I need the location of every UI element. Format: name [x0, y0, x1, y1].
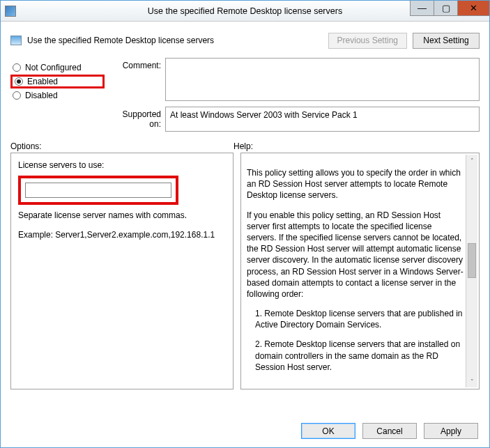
state-radio-group: Not Configured Enabled Disabled: [10, 58, 105, 102]
radio-icon: [13, 63, 21, 72]
radio-icon: [15, 77, 23, 86]
maximize-icon: ▢: [442, 3, 450, 13]
supported-on-text: At least Windows Server 2003 with Servic…: [170, 110, 358, 120]
dialog-buttons: OK Cancel Apply: [301, 423, 478, 439]
policy-icon: [10, 36, 22, 45]
apply-button[interactable]: Apply: [424, 423, 478, 439]
minimize-button[interactable]: —: [410, 1, 434, 16]
policy-title: Use the specified Remote Desktop license…: [27, 36, 214, 45]
help-paragraph: If you disable or do not configure this …: [247, 381, 464, 383]
radio-label: Disabled: [25, 91, 58, 100]
radio-label: Enabled: [27, 77, 58, 86]
chevron-up-icon: ˄: [470, 157, 474, 164]
license-servers-label: License servers to use:: [18, 160, 226, 170]
license-note: Separate license server names with comma…: [18, 210, 226, 220]
minimize-icon: —: [418, 3, 427, 13]
previous-setting-button[interactable]: Previous Setting: [328, 33, 407, 49]
license-example: Example: Server1,Server2.example.com,192…: [18, 230, 226, 240]
help-paragraph: If you enable this policy setting, an RD…: [247, 210, 464, 300]
cancel-button[interactable]: Cancel: [362, 423, 417, 439]
ok-button[interactable]: OK: [301, 423, 355, 439]
help-paragraph: This policy setting allows you to specif…: [247, 167, 464, 201]
close-button[interactable]: ✕: [457, 1, 489, 16]
radio-icon: [13, 91, 21, 100]
radio-label: Not Configured: [25, 63, 82, 72]
maximize-button[interactable]: ▢: [434, 1, 457, 16]
title-bar: Use the specified Remote Desktop license…: [1, 1, 489, 22]
close-icon: ✕: [470, 3, 477, 13]
comment-label: Comment:: [109, 58, 161, 70]
supported-on-box: At least Windows Server 2003 with Servic…: [165, 107, 480, 132]
scroll-down-button[interactable]: ˅: [466, 376, 477, 387]
comment-textarea[interactable]: [165, 58, 480, 101]
scroll-up-button[interactable]: ˄: [466, 155, 477, 167]
help-list-item: 1. Remote Desktop license servers that a…: [255, 308, 464, 330]
chevron-down-icon: ˅: [470, 378, 474, 385]
help-scrollbar[interactable]: ˄ ˅: [466, 155, 477, 387]
help-pane: This policy setting allows you to specif…: [240, 153, 480, 389]
help-list-item: 2. Remote Desktop license servers that a…: [255, 339, 464, 373]
radio-enabled[interactable]: Enabled: [10, 75, 105, 88]
app-icon: [5, 6, 16, 17]
scroll-track[interactable]: [466, 167, 477, 376]
window-controls: — ▢ ✕: [410, 1, 489, 21]
supported-label: Supported on:: [109, 107, 161, 129]
help-heading: Help:: [233, 141, 253, 151]
radio-disabled[interactable]: Disabled: [10, 88, 105, 102]
header-row: Use the specified Remote Desktop license…: [10, 29, 480, 52]
next-setting-button[interactable]: Next Setting: [413, 33, 480, 49]
help-text: This policy setting allows you to specif…: [247, 159, 464, 383]
license-servers-input[interactable]: [25, 183, 171, 198]
license-input-highlight: [18, 176, 178, 205]
radio-not-configured[interactable]: Not Configured: [10, 61, 105, 75]
options-heading: Options:: [10, 141, 233, 151]
scroll-thumb[interactable]: [468, 243, 476, 278]
options-pane: License servers to use: Separate license…: [10, 153, 233, 389]
